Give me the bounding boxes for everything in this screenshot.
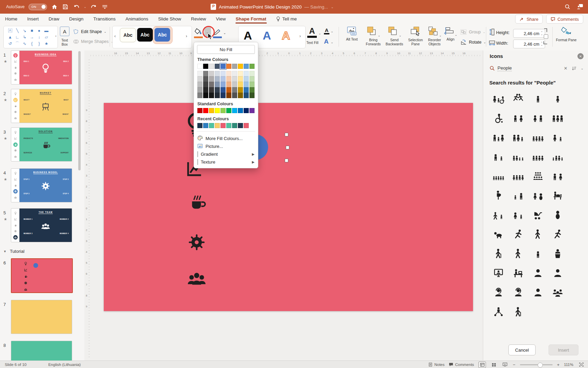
baby-crawling-icon[interactable] (489, 225, 508, 244)
right-brace-icon[interactable]: } (38, 42, 40, 46)
color-swatch[interactable] (215, 123, 220, 128)
color-variant-swatch[interactable] (203, 93, 208, 98)
text-box-button[interactable]: A Text Box (59, 27, 71, 46)
woman-with-child-icon[interactable] (508, 205, 528, 225)
running-person-icon[interactable] (548, 225, 568, 244)
send-backwards-button[interactable]: ⌄ Send Backwards (384, 26, 405, 46)
bring-forwards-button[interactable]: ⌄ Bring Forwards (363, 26, 383, 46)
crowd-icon[interactable] (489, 166, 508, 186)
rounded-rectangle-icon[interactable]: ▬ (44, 29, 48, 33)
shape-style-light[interactable]: Abc (120, 28, 136, 42)
presence-avatar-icon[interactable] (576, 3, 583, 10)
color-variant-swatch[interactable] (249, 82, 255, 87)
color-variant-swatch[interactable] (197, 87, 202, 93)
tab-home[interactable]: Home (5, 14, 18, 24)
color-variant-swatch[interactable] (244, 93, 249, 98)
sort-chevron-icon[interactable]: ⌄ (581, 66, 584, 70)
menu-item-texture[interactable]: Texture▶ (194, 158, 258, 166)
tab-slide-show[interactable]: Slide Show (158, 14, 182, 24)
color-variant-swatch[interactable] (197, 82, 202, 87)
color-swatch[interactable] (226, 64, 231, 69)
color-variant-swatch[interactable] (215, 76, 220, 82)
bust-icon[interactable] (528, 283, 548, 302)
parent-with-child-icon[interactable] (508, 186, 528, 205)
color-variant-swatch[interactable] (215, 93, 220, 98)
search-query[interactable]: People (497, 65, 512, 71)
rectangle-icon[interactable]: ■ (31, 29, 33, 33)
elbow-arrow-icon[interactable]: ↳ (23, 35, 26, 39)
person-child-walking-icon[interactable] (489, 205, 508, 225)
text-box-shape-icon[interactable]: A (8, 29, 12, 32)
tab-shape-format[interactable]: Shape Format (235, 14, 267, 24)
color-variant-swatch[interactable] (209, 71, 214, 76)
couple-standing-icon[interactable] (548, 166, 568, 186)
tab-review[interactable]: Review (191, 14, 206, 24)
comments-button-status[interactable]: Comments (449, 363, 474, 367)
resize-handle[interactable] (285, 159, 288, 162)
thumbnails-scrollbar[interactable] (78, 51, 81, 170)
color-variant-swatch[interactable] (249, 87, 255, 93)
color-variant-swatch[interactable] (209, 76, 214, 82)
lock-aspect-checkbox[interactable] (544, 34, 548, 39)
color-variant-swatch[interactable] (238, 87, 243, 93)
shape-style-blue-selected[interactable]: Abc (154, 28, 170, 42)
color-variant-swatch[interactable] (226, 87, 231, 93)
color-variant-swatch[interactable] (215, 82, 220, 87)
tell-me-button[interactable]: Tell me (276, 16, 297, 22)
color-swatch[interactable] (203, 64, 208, 69)
color-variant-swatch[interactable] (249, 71, 255, 76)
wordart-more-icon[interactable]: › (299, 34, 301, 39)
document-title[interactable]: Animated PowerPoint Slide Design 2020 (219, 4, 301, 10)
color-swatch[interactable] (220, 64, 226, 69)
group-three-icon[interactable] (548, 108, 568, 127)
tab-animations[interactable]: Animations (125, 14, 149, 24)
person-bust-icon[interactable] (528, 263, 548, 283)
right-arrow-icon[interactable]: → (30, 35, 34, 39)
color-swatch[interactable] (244, 64, 249, 69)
two-couples-icon[interactable] (528, 127, 548, 147)
wave-icon[interactable]: ∿ (23, 42, 26, 46)
close-icon[interactable]: ✕ (577, 53, 584, 59)
color-variant-swatch[interactable] (238, 82, 243, 87)
baby-icon[interactable] (548, 205, 568, 225)
baby-changing-icon[interactable] (548, 186, 568, 205)
color-variant-swatch[interactable] (238, 71, 243, 76)
height-field[interactable]: 2,46 cm ⌃⌄ (513, 29, 545, 38)
color-swatch[interactable] (220, 108, 226, 113)
wordart-orange-outline[interactable]: A (282, 29, 290, 42)
slide-thumbnail-6[interactable] (11, 258, 73, 293)
text-fill-button[interactable]: A (307, 27, 317, 38)
person-with-cane-icon[interactable] (489, 244, 508, 263)
icons-search-field[interactable]: People ✕ ⌄ (490, 64, 584, 72)
speaker-lectern-icon[interactable] (548, 244, 568, 263)
support-agent-icon[interactable] (489, 283, 508, 302)
comments-button[interactable]: Comments (546, 15, 583, 24)
group-busts-icon[interactable] (548, 283, 568, 302)
color-variant-swatch[interactable] (220, 82, 226, 87)
language-indicator[interactable]: English (Lithuania) (48, 363, 81, 367)
color-variant-swatch[interactable] (232, 93, 237, 98)
stroller-icon[interactable] (528, 205, 548, 225)
man-woman-icon[interactable] (508, 108, 528, 127)
dancing-people-icon[interactable] (508, 89, 528, 108)
color-variant-swatch[interactable] (238, 76, 243, 82)
zoom-slider[interactable] (520, 364, 553, 365)
section-tutorial[interactable]: ▼Tutorial (3, 249, 24, 254)
color-swatch[interactable] (232, 108, 237, 113)
color-variant-swatch[interactable] (220, 87, 226, 93)
pregnant-woman-icon[interactable] (489, 186, 508, 205)
color-swatch[interactable] (209, 108, 214, 113)
menu-item-gradient[interactable]: Gradient▶ (194, 150, 258, 158)
person-at-desk-icon[interactable] (508, 263, 528, 283)
color-variant-swatch[interactable] (209, 82, 214, 87)
color-variant-swatch[interactable] (220, 93, 226, 98)
alt-text-button[interactable]: Alt Text (342, 26, 362, 41)
shape-gallery-more-icon[interactable]: › (55, 34, 56, 38)
height-stepper[interactable]: ⌃⌄ (541, 31, 543, 36)
color-variant-swatch[interactable] (226, 82, 231, 87)
tab-design[interactable]: Design (69, 14, 84, 24)
color-swatch[interactable] (209, 123, 214, 128)
text-effects-button[interactable]: A (324, 38, 329, 45)
person-portrait-icon[interactable] (548, 263, 568, 283)
color-swatch[interactable] (203, 123, 208, 128)
